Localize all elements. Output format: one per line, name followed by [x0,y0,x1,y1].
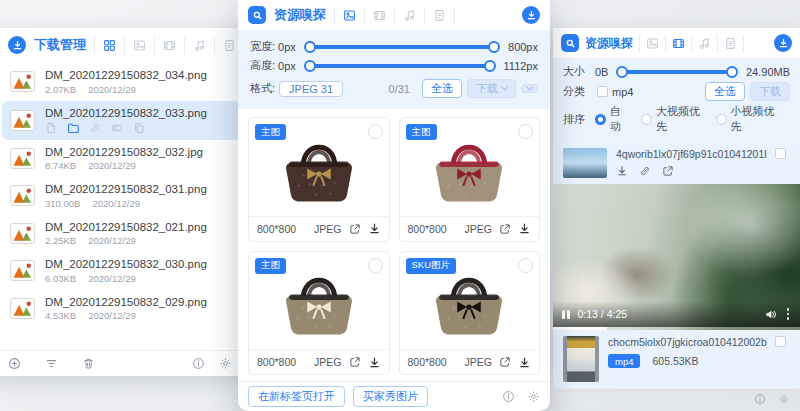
tab-videos-icon[interactable] [364,7,394,24]
file-row[interactable]: DM_20201229150832_034.png 2.07KB2020/12/… [2,63,240,101]
download-all-button[interactable] [522,6,540,24]
slider-handle-min[interactable] [304,41,316,53]
file-size: 2.25KB [45,235,76,246]
video-player[interactable]: 0:13 / 4:25 [553,184,800,330]
info-icon[interactable] [192,357,205,370]
width-range-slider[interactable] [305,40,499,53]
image-filter-icon[interactable] [124,37,154,54]
tab-music-icon[interactable] [394,7,424,24]
open-in-new-icon[interactable] [499,223,511,235]
file-size: 6.03KB [45,273,76,284]
tab-images-icon[interactable] [639,35,665,52]
image-card[interactable]: 主图 800*800 JPEG [399,117,541,242]
tab-documents-icon[interactable] [717,35,744,52]
file-thumbnail-icon [10,260,35,281]
link-icon[interactable] [639,165,651,177]
settings-icon[interactable] [219,357,232,370]
video-sniffer-footer [553,388,800,409]
image-card[interactable]: 主图 800*800 JPEG [248,117,390,242]
open-in-new-icon[interactable] [662,165,674,177]
image-type-badge: 主图 [255,258,286,274]
download-image-icon[interactable] [518,222,531,235]
pause-button[interactable] [562,310,570,319]
file-row-selected[interactable]: DM_20201229150832_033.png [2,101,240,140]
select-all-button[interactable]: 全选 [705,82,745,101]
download-image-icon[interactable] [368,356,381,369]
video-checkbox[interactable] [775,336,786,347]
file-row[interactable]: DM_20201229150832_031.png 310.00B2020/12… [2,177,240,215]
plus-circle-icon[interactable] [8,357,21,370]
sort-option-large-first[interactable]: 大视频优先 [641,104,702,134]
select-circle[interactable] [518,258,533,273]
width-label: 宽度: [250,39,275,54]
settings-icon[interactable] [527,390,540,403]
open-in-new-icon[interactable] [499,356,511,368]
video-checkbox[interactable] [775,148,786,159]
mp4-checkbox[interactable] [597,86,608,97]
sort-label: 排序 [563,112,595,127]
download-button[interactable]: 下载 [467,79,516,98]
video-item[interactable]: 4qworib1lx07jf69p91c01041201lzrx0e0... [553,142,800,184]
tab-videos-icon[interactable] [665,35,691,52]
playback-time: 0:13 / 4:25 [578,308,628,320]
sort-option-auto[interactable]: 自动 [595,104,627,134]
video-sniffer-panel: 资源嗅探 大小 0B 24.90MB 分类 [553,28,800,372]
grid-view-icon[interactable] [94,37,124,54]
music-filter-icon[interactable] [184,37,214,54]
sort-option-small-first[interactable]: 小视频优先 [716,104,777,134]
slider-handle-min[interactable] [616,66,628,78]
image-format: JPEG [465,356,492,368]
file-row[interactable]: DM_20201229150832_029.png 4.53KB2020/12/… [2,290,240,328]
buyer-show-button[interactable]: 买家秀图片 [353,386,428,407]
settings-icon[interactable] [778,393,790,405]
slider-handle-max[interactable] [484,60,496,72]
file-row[interactable]: DM_20201229150832_021.png 2.25KB2020/12/… [2,215,240,253]
video-progress-bar[interactable] [553,327,800,330]
image-card[interactable]: 主图 800*800 JPEG [248,251,390,376]
link-icon[interactable] [89,122,101,134]
open-new-tab-button[interactable]: 在新标签页打开 [248,386,345,407]
info-icon[interactable] [502,390,515,403]
video-progress-fill [553,327,607,330]
video-item[interactable]: chocm5iolx07jgkicroa010412002bj40e0... m… [553,330,800,388]
trash-icon[interactable] [82,357,95,370]
folder-icon[interactable] [67,122,79,134]
height-range-slider[interactable] [305,59,495,72]
volume-icon[interactable] [764,308,777,321]
tab-images-icon[interactable] [334,7,364,24]
slider-handle-max[interactable] [488,41,500,53]
slider-track [620,70,734,74]
rename-icon[interactable] [111,122,123,134]
select-all-button[interactable]: 全选 [422,79,462,98]
select-circle[interactable] [368,124,383,139]
image-card[interactable]: SKU图片 800*800 JPEG [399,251,541,376]
more-options-icon[interactable] [785,308,792,320]
file-icon[interactable] [45,122,57,134]
slider-handle-min[interactable] [304,60,316,72]
file-size: 2.07KB [45,84,76,95]
tab-documents-icon[interactable] [424,7,455,24]
download-all-button[interactable] [774,34,792,52]
download-button[interactable]: 下载 [750,82,790,101]
file-row[interactable]: DM_20201229150832_032.jpg 8.74KB2020/12/… [2,140,240,178]
info-icon[interactable] [754,393,766,405]
size-range-slider[interactable] [617,65,737,78]
open-in-new-icon[interactable] [349,223,361,235]
file-row[interactable]: DM_20201229150832_030.png 6.03KB2020/12/… [2,252,240,290]
file-date: 2020/12/29 [88,310,136,321]
open-in-new-icon[interactable] [349,356,361,368]
download-image-icon[interactable] [368,222,381,235]
tab-music-icon[interactable] [691,35,717,52]
video-filter-icon[interactable] [154,37,184,54]
select-circle[interactable] [368,258,383,273]
collapse-button[interactable] [521,84,538,93]
download-video-icon[interactable] [616,165,628,177]
size-min-value: 0B [595,66,608,78]
select-circle[interactable] [518,124,533,139]
file-name: DM_20201229150832_030.png [45,258,207,270]
filter-icon[interactable] [45,357,58,370]
copy-icon[interactable] [133,122,145,134]
download-image-icon[interactable] [518,356,531,369]
format-chip[interactable]: JPEG 31 [279,81,343,97]
slider-handle-max[interactable] [726,66,738,78]
